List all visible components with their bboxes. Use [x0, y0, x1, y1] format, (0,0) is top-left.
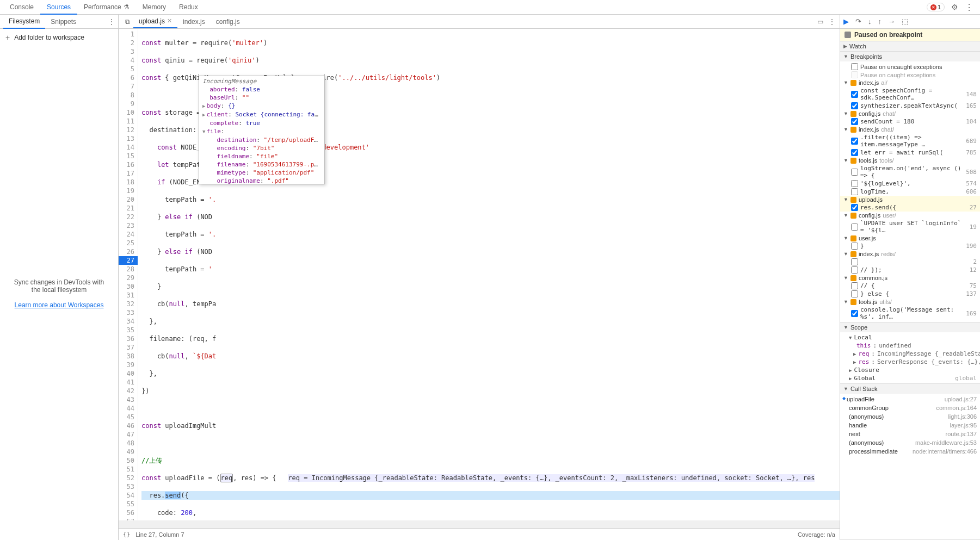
- bp-row[interactable]: const speechConfig = sdk.SpeechConf…148: [840, 86, 980, 102]
- bp-group[interactable]: ▼common.js: [840, 274, 980, 282]
- watch-header[interactable]: ▶Watch: [840, 41, 980, 51]
- value-tooltip: IncomingMessage aborted: false baseUrl: …: [199, 76, 325, 184]
- paused-banner: Paused on breakpoint: [840, 29, 980, 41]
- tab-sources[interactable]: Sources: [40, 1, 77, 15]
- toggle-sidebar-icon[interactable]: ▭: [817, 18, 823, 26]
- bp-group[interactable]: ▼tools.js utils/: [840, 298, 980, 306]
- nav-more-icon[interactable]: ⋮: [108, 18, 115, 26]
- step-out-icon[interactable]: ↑: [878, 17, 882, 26]
- bp-row[interactable]: logTime,606: [840, 188, 980, 196]
- error-dot-icon: ✕: [930, 4, 936, 10]
- callstack-frame[interactable]: uploadFileupload.js:27: [840, 395, 980, 404]
- bp-row[interactable]: sendCount = 180104: [840, 117, 980, 126]
- bp-row[interactable]: '${logLevel}',574: [840, 179, 980, 188]
- close-tab-icon[interactable]: ✕: [167, 17, 172, 24]
- bp-row[interactable]: logStream.on('end', async () => {508: [840, 164, 980, 179]
- step-into-icon[interactable]: ↓: [868, 17, 872, 26]
- tab-console[interactable]: Console: [3, 1, 40, 14]
- flask-icon: ⚗: [124, 3, 130, 11]
- cursor-position: Line 27, Column 7: [135, 531, 184, 538]
- editor-statusbar: {} Line 27, Column 7 Coverage: n/a: [119, 528, 840, 540]
- callstack-frame[interactable]: (anonymous)light.js:306: [840, 412, 980, 421]
- callstack-frame[interactable]: (anonymous)make-middleware.js:53: [840, 438, 980, 447]
- pretty-print-icon[interactable]: {}: [123, 531, 130, 538]
- nav-tab-filesystem[interactable]: Filesystem: [3, 15, 45, 29]
- tab-upload-js[interactable]: upload.js✕: [133, 15, 177, 28]
- editor-tabs: ⧉ upload.js✕ index.js config.js ▭ ⋮: [119, 15, 840, 29]
- pause-icon: [845, 32, 851, 38]
- bp-group[interactable]: ▼index.js chat/: [840, 126, 980, 133]
- bp-group[interactable]: ▼config.js user/: [840, 212, 980, 219]
- learn-workspaces-link[interactable]: Learn more about Workspaces: [15, 301, 104, 309]
- callstack-frame[interactable]: nextroute.js:137: [840, 430, 980, 438]
- bp-row[interactable]: synthesizer.speakTextAsync(165: [840, 102, 980, 110]
- tab-redux[interactable]: Redux: [172, 1, 205, 14]
- bp-row[interactable]: .filter((item) => item.messageType …689: [840, 133, 980, 148]
- bp-row[interactable]: // });12: [840, 266, 980, 274]
- line-gutter: 1234567891011121314151617181920212223242…: [119, 29, 138, 528]
- bp-group[interactable]: ▼index.js redis/: [840, 250, 980, 258]
- step-over-icon[interactable]: ↷: [855, 17, 861, 26]
- tab-performance[interactable]: Performance ⚗: [77, 1, 136, 14]
- file-nav-icon[interactable]: ⧉: [122, 18, 133, 26]
- code-editor[interactable]: 1234567891011121314151617181920212223242…: [119, 29, 840, 528]
- bp-group[interactable]: ▼upload.js: [840, 196, 980, 203]
- sync-hint-text: Sync changes in DevTools with the local …: [11, 278, 107, 294]
- resume-icon[interactable]: ▶: [843, 17, 849, 26]
- settings-icon[interactable]: ⚙: [951, 3, 958, 11]
- step-icon[interactable]: →: [888, 17, 895, 26]
- pause-caught-checkbox: [851, 71, 858, 78]
- scope-header[interactable]: ▼Scope: [840, 322, 980, 332]
- plus-icon: +: [5, 33, 10, 42]
- bp-group[interactable]: ▼user.js: [840, 234, 980, 242]
- bp-row[interactable]: } else {137: [840, 290, 980, 298]
- bp-row[interactable]: }190: [840, 242, 980, 250]
- tab-config-js[interactable]: config.js: [211, 16, 245, 28]
- bp-row[interactable]: // {75: [840, 282, 980, 290]
- pause-uncaught-checkbox[interactable]: [851, 63, 858, 70]
- bp-row[interactable]: 2: [840, 258, 980, 266]
- callstack-frame[interactable]: processImmediatenode:internal/timers:466: [840, 447, 980, 456]
- deactivate-bp-icon[interactable]: ⬚: [902, 17, 908, 26]
- devtools-tabs: Console Sources Performance ⚗ Memory Red…: [0, 0, 980, 15]
- tabs-more-icon[interactable]: ⋮: [829, 18, 835, 26]
- bp-group[interactable]: ▼tools.js tools/: [840, 157, 980, 164]
- bp-row[interactable]: `UPDATE user SET `loginInfo` = '${l…19: [840, 219, 980, 234]
- add-folder-button[interactable]: + Add folder to workspace: [0, 29, 118, 47]
- bp-group[interactable]: ▼config.js chat/: [840, 110, 980, 117]
- bp-row[interactable]: let err = await runSql(785: [840, 148, 980, 157]
- error-badge[interactable]: ✕1: [927, 3, 945, 11]
- navigator-panel: Filesystem Snippets ⋮ + Add folder to wo…: [0, 15, 119, 540]
- debugger-panel: ▶ ↷ ↓ ↑ → ⬚ Paused on breakpoint ▶Watch …: [840, 15, 980, 540]
- callstack-header[interactable]: ▼Call Stack: [840, 384, 980, 394]
- horizontal-scrollbar[interactable]: [119, 520, 840, 528]
- bp-group[interactable]: ▼index.js ai/: [840, 79, 980, 86]
- bp-row[interactable]: res.send({27: [840, 203, 980, 212]
- tab-memory[interactable]: Memory: [136, 1, 172, 14]
- breakpoints-header[interactable]: ▼Breakpoints: [840, 52, 980, 61]
- more-icon[interactable]: ⋮: [965, 2, 973, 13]
- coverage-status: Coverage: n/a: [798, 531, 835, 538]
- tab-index-js[interactable]: index.js: [177, 16, 211, 28]
- callstack-frame[interactable]: commonGroupcommon.js:164: [840, 404, 980, 412]
- callstack-frame[interactable]: handlelayer.js:95: [840, 421, 980, 430]
- nav-tab-snippets[interactable]: Snippets: [45, 15, 82, 28]
- bp-row[interactable]: console.log('Message sent: %s', inf…169: [840, 306, 980, 321]
